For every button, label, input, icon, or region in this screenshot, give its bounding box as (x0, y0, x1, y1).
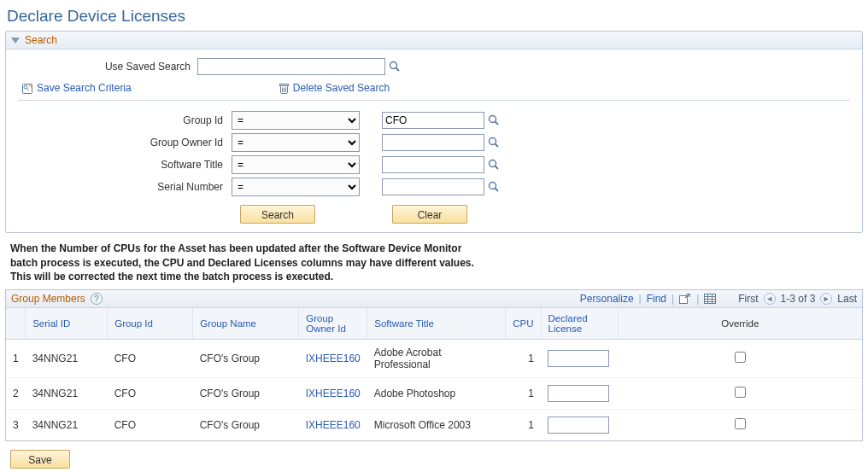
last-label[interactable]: Last (837, 293, 857, 305)
col-software-title[interactable]: Software Title (367, 308, 506, 340)
row-num: 1 (6, 340, 26, 378)
grid-view-icon[interactable] (704, 294, 716, 304)
svg-line-11 (496, 122, 499, 125)
info-line-2: batch process is executed, the CPU and D… (10, 257, 474, 269)
info-line-1: When the Number of CPUs for the Asset ha… (10, 242, 461, 254)
col-group-id[interactable]: Group Id (108, 308, 193, 340)
use-saved-search-input[interactable] (197, 58, 385, 75)
group-owner-id-input[interactable] (382, 134, 484, 151)
svg-rect-9 (279, 84, 288, 85)
svg-point-10 (490, 116, 496, 123)
collapse-icon (11, 38, 20, 44)
group-owner-id-lookup-icon[interactable] (488, 136, 500, 149)
serial-id-cell: 34NNG21 (26, 410, 108, 441)
override-checkbox[interactable] (735, 387, 746, 398)
search-panel-title: Search (25, 34, 57, 46)
svg-point-12 (490, 138, 496, 145)
search-panel-header[interactable]: Search (6, 32, 862, 50)
svg-line-15 (496, 166, 499, 170)
group-owner-id-operator[interactable]: = (232, 133, 360, 152)
cpu-cell: 1 (506, 340, 541, 378)
find-link[interactable]: Find (647, 293, 666, 305)
row-num: 3 (6, 410, 26, 441)
use-saved-search-label: Use Saved Search (18, 61, 197, 73)
col-serial-id[interactable]: Serial ID (26, 308, 108, 340)
group-owner-link[interactable]: IXHEEE160 (306, 353, 361, 364)
group-id-operator[interactable]: = (232, 111, 360, 130)
range-label: 1-3 of 3 (781, 293, 816, 305)
svg-line-17 (496, 189, 499, 192)
cpu-cell: 1 (506, 378, 541, 410)
col-declared-license[interactable]: Declared License (541, 308, 618, 340)
col-group-name[interactable]: Group Name (193, 308, 299, 340)
software-title-cell: Microsoft Office 2003 (367, 410, 506, 441)
svg-line-1 (396, 68, 400, 72)
software-title-lookup-icon[interactable] (488, 158, 500, 171)
table-row: 3 34NNG21 CFO CFO's Group IXHEEE160 Micr… (6, 410, 862, 441)
grid-title: Group Members (11, 293, 85, 305)
svg-line-13 (496, 144, 499, 148)
serial-number-operator[interactable]: = (232, 178, 360, 196)
group-id-cell: CFO (108, 378, 193, 410)
serial-number-lookup-icon[interactable] (488, 180, 500, 193)
declared-license-input[interactable] (548, 350, 609, 367)
software-title-operator[interactable]: = (232, 155, 360, 174)
next-page-icon[interactable]: ► (820, 293, 832, 305)
prev-page-icon[interactable]: ◄ (764, 293, 776, 305)
override-checkbox[interactable] (735, 352, 746, 363)
col-rownum (6, 308, 26, 340)
group-id-cell: CFO (108, 410, 193, 441)
delete-saved-search-link[interactable]: Delete Saved Search (293, 82, 390, 94)
group-owner-id-label: Group Owner Id (18, 137, 232, 149)
save-search-icon (21, 82, 33, 95)
group-name-cell: CFO's Group (193, 340, 299, 378)
row-num: 2 (6, 378, 26, 410)
info-text: When the Number of CPUs for the Asset ha… (10, 242, 859, 284)
serial-id-cell: 34NNG21 (26, 340, 108, 378)
save-search-criteria-link[interactable]: Save Search Criteria (37, 82, 132, 94)
col-override: Override (618, 308, 862, 340)
divider (18, 100, 850, 101)
software-title-input[interactable] (382, 156, 484, 173)
serial-number-input[interactable] (382, 178, 484, 195)
software-title-cell: Adobe Acrobat Professional (367, 340, 506, 378)
serial-number-label: Serial Number (18, 181, 232, 193)
declared-license-input[interactable] (548, 417, 609, 434)
trash-icon (279, 82, 290, 95)
group-id-label: Group Id (18, 114, 232, 126)
lookup-saved-search-icon[interactable] (389, 61, 401, 73)
svg-point-16 (490, 183, 496, 189)
cpu-cell: 1 (506, 410, 541, 441)
personalize-link[interactable]: Personalize (580, 293, 634, 305)
table-row: 2 34NNG21 CFO CFO's Group IXHEEE160 Adob… (6, 378, 862, 410)
override-checkbox[interactable] (735, 418, 746, 429)
save-button[interactable]: Save (10, 450, 70, 469)
info-line-3: This will be corrected the next time the… (10, 271, 333, 283)
group-owner-link[interactable]: IXHEEE160 (306, 388, 361, 399)
first-label[interactable]: First (738, 293, 758, 305)
clear-button[interactable]: Clear (392, 205, 467, 224)
col-group-owner-id[interactable]: Group Owner Id (299, 308, 367, 340)
group-id-lookup-icon[interactable] (488, 114, 500, 126)
col-cpu[interactable]: CPU (506, 308, 541, 340)
software-title-cell: Adobe Photoshop (367, 378, 506, 410)
svg-point-14 (490, 160, 496, 167)
page-title: Declare Device Licenses (7, 7, 863, 26)
group-owner-link[interactable]: IXHEEE160 (306, 419, 361, 431)
group-id-cell: CFO (108, 340, 193, 378)
software-title-label: Software Title (18, 159, 232, 171)
help-icon[interactable]: ? (91, 293, 103, 305)
group-id-input[interactable] (382, 112, 484, 129)
group-members-grid: Group Members ? Personalize | Find | | F… (5, 289, 863, 441)
group-name-cell: CFO's Group (193, 378, 299, 410)
search-panel: Search Use Saved Search Save Search Crit… (5, 31, 863, 233)
group-name-cell: CFO's Group (193, 410, 299, 441)
popout-icon[interactable] (679, 294, 691, 305)
table-row: 1 34NNG21 CFO CFO's Group IXHEEE160 Adob… (6, 340, 862, 378)
search-button[interactable]: Search (240, 205, 315, 224)
declared-license-input[interactable] (548, 385, 609, 402)
serial-id-cell: 34NNG21 (26, 378, 108, 410)
svg-point-0 (390, 62, 397, 69)
